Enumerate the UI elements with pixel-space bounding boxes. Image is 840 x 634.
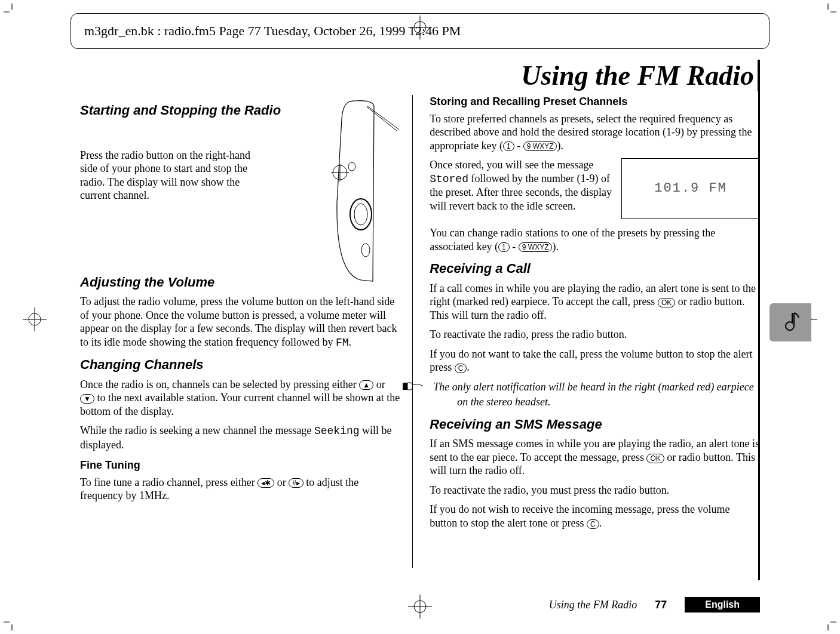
body-text: To store preferred channels as presets, … [430, 112, 760, 153]
key-ok-icon: OK [658, 298, 675, 307]
body-text: Press the radio button on the right-hand… [80, 149, 259, 202]
text-fragment: To store preferred channels as presets, … [430, 113, 752, 152]
body-text: Once the radio is on, channels can be se… [80, 378, 401, 418]
key-9-icon: 9 WXYZ [519, 242, 553, 252]
text-fragment: or [274, 476, 289, 488]
crop-mark-icon [820, 614, 836, 630]
page-footer: Using the FM Radio 77 English [80, 597, 760, 613]
key-hash-icon: #▸ [289, 478, 303, 488]
key-up-icon: ▲ [359, 380, 373, 390]
framemaker-header: m3gdr_en.bk : radio.fm5 Page 77 Tuesday,… [70, 13, 770, 49]
subsection-presets: Storing and Recalling Preset Channels [430, 95, 760, 109]
page-title: Using the FM Radio [80, 60, 760, 91]
key-1-icon: 1 [503, 141, 514, 151]
text-fragment: . [467, 361, 470, 373]
text-fragment: While the radio is seeking a new channel… [80, 424, 314, 436]
key-9-icon: 9 WXYZ [523, 141, 557, 151]
section-tab [770, 303, 811, 341]
subsection-fine-tuning: Fine Tuning [80, 458, 401, 472]
crop-mark-icon [4, 4, 20, 20]
note-body: The only alert notification will be hear… [433, 381, 754, 408]
body-text: If you do not wish to receive the incomi… [430, 503, 760, 530]
text-fragment: . [599, 517, 602, 529]
text-fragment: - [510, 241, 519, 253]
body-text: While the radio is seeking a new channel… [80, 424, 401, 451]
footer-page-number: 77 [655, 599, 667, 611]
text-fragment: Once stored, you will see the message [430, 159, 593, 171]
key-star-icon: ◂✱ [257, 478, 274, 488]
phone-display-box: 101.9 FM [621, 158, 760, 219]
section-heading-sms: Receiving an SMS Message [430, 416, 760, 433]
section-heading-call: Receiving a Call [430, 260, 760, 277]
display-word-seeking: Seeking [314, 425, 360, 437]
text-fragment: - [514, 140, 523, 152]
left-column: Starting and Stopping the Radio Press th… [80, 95, 413, 568]
body-text: If an SMS message comes in while you are… [430, 437, 760, 478]
crop-mark-icon [820, 4, 836, 20]
text-fragment: to the next available station. Your curr… [80, 392, 400, 417]
phone-illustration [307, 95, 421, 286]
text-fragment: ). [557, 140, 563, 152]
body-text: If a call comes in while you are playing… [430, 282, 760, 322]
header-text: m3gdr_en.bk : radio.fm5 Page 77 Tuesday,… [84, 23, 461, 39]
text-fragment: If you do not wish to receive the incomi… [430, 503, 729, 529]
note-text: The only alert notification will be hear… [430, 380, 760, 409]
footer-title: Using the FM Radio [549, 599, 637, 611]
text-fragment: You can change radio stations to one of … [430, 227, 715, 253]
columns: Starting and Stopping the Radio Press th… [80, 95, 760, 568]
registration-mark-icon [20, 305, 49, 334]
text-fragment: . [349, 336, 352, 348]
key-1-icon: 1 [498, 242, 510, 252]
preset-paragraph-block: 101.9 FM Once stored, you will see the m… [430, 158, 760, 223]
text-fragment: or [373, 378, 385, 390]
text-fragment: Once the radio is on, channels can be se… [80, 378, 359, 390]
body-text: If you do not want to take the call, pre… [430, 347, 760, 374]
key-c-icon: C [455, 364, 467, 373]
key-c-icon: C [587, 519, 599, 529]
text-fragment: If you do not want to take the call, pre… [430, 348, 752, 374]
phone-display-text: 101.9 FM [654, 180, 727, 197]
body-text: To reactivate the radio, you must press … [430, 484, 760, 497]
body-text: To fine tune a radio channel, press eith… [80, 476, 401, 503]
footer-language-badge: English [685, 597, 760, 613]
svg-point-4 [348, 162, 355, 171]
crop-mark-icon [4, 614, 20, 630]
body-text: To reactivate the radio, press the radio… [430, 328, 760, 341]
section-heading-channels: Changing Channels [80, 356, 401, 373]
key-down-icon: ▼ [80, 394, 94, 404]
music-note-icon [778, 309, 802, 336]
svg-point-7 [361, 244, 370, 257]
text-fragment: ). [552, 241, 559, 253]
key-ok-icon: OK [646, 454, 664, 463]
svg-point-6 [354, 204, 367, 225]
text-fragment: To fine tune a radio channel, press eith… [80, 476, 257, 488]
display-word-fm: FM [336, 337, 349, 349]
page-content: Using the FM Radio Starting and Stopping… [80, 60, 760, 580]
body-text: To adjust the radio volume, press the vo… [80, 295, 401, 349]
svg-rect-9 [403, 383, 407, 390]
body-text: You can change radio stations to one of … [430, 226, 760, 253]
display-word-stored: Stored [430, 173, 468, 185]
right-column: Storing and Recalling Preset Channels To… [427, 95, 760, 568]
